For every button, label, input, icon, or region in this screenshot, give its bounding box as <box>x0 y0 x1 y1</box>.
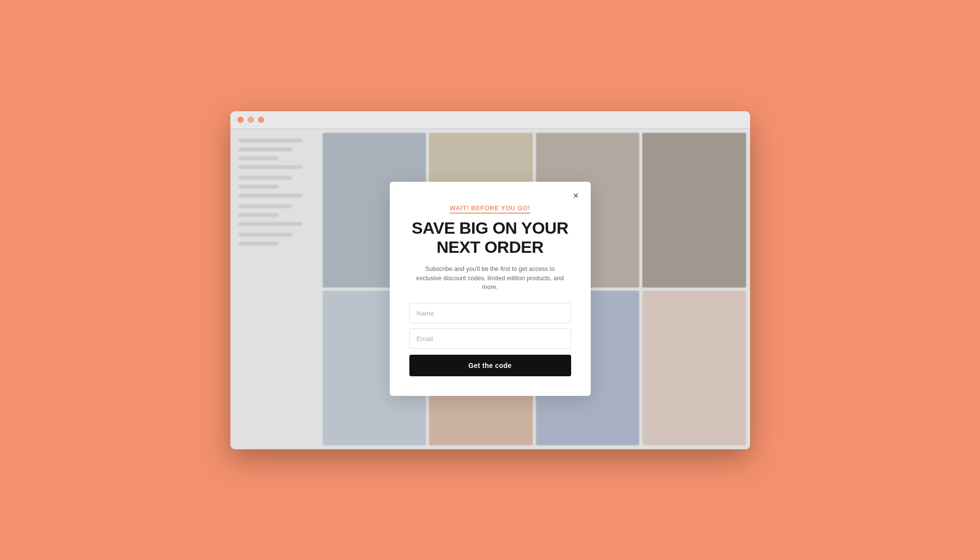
modal-title-line2: NEXT ORDER <box>437 238 544 256</box>
browser-titlebar <box>230 111 750 129</box>
modal-form: Get the code <box>409 303 571 376</box>
modal-eyebrow: WAIT! BEFORE YOU GO! <box>409 203 571 214</box>
email-input[interactable] <box>409 328 571 349</box>
modal-title: SAVE BIG ON YOUR NEXT ORDER <box>409 219 571 257</box>
close-button[interactable]: × <box>569 189 583 202</box>
browser-window: × WAIT! BEFORE YOU GO! SAVE BIG ON YOUR … <box>230 111 750 449</box>
browser-dot-red[interactable] <box>237 117 244 123</box>
browser-dot-green[interactable] <box>258 117 264 123</box>
modal-dialog: × WAIT! BEFORE YOU GO! SAVE BIG ON YOUR … <box>390 182 591 396</box>
modal-subtitle: Subscribe and you'll be the first to get… <box>409 265 571 292</box>
modal-title-line1: SAVE BIG ON YOUR <box>412 219 568 237</box>
eyebrow-text: WAIT! BEFORE YOU GO! <box>450 204 530 214</box>
browser-dot-yellow[interactable] <box>248 117 254 123</box>
modal-overlay: × WAIT! BEFORE YOU GO! SAVE BIG ON YOUR … <box>230 129 750 449</box>
browser-content: × WAIT! BEFORE YOU GO! SAVE BIG ON YOUR … <box>230 129 750 449</box>
get-code-button[interactable]: Get the code <box>409 355 571 376</box>
name-input[interactable] <box>409 303 571 323</box>
